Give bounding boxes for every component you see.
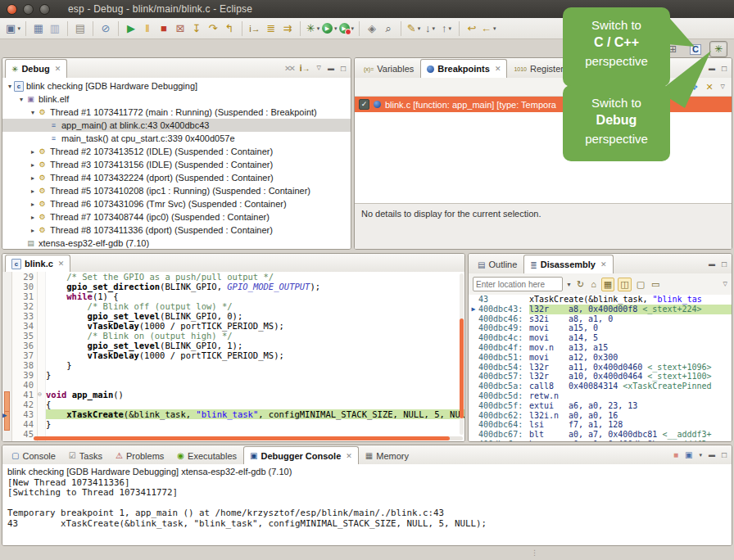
window-maximize-button[interactable] — [39, 4, 50, 15]
disasm-row[interactable]: 400dbc5f:extuia6, a0, 23, 13 — [469, 401, 732, 411]
hscroll-thumb[interactable] — [34, 436, 450, 440]
disconnect-button[interactable]: ⊠ — [173, 20, 188, 37]
home-icon[interactable]: ⌂ — [589, 278, 598, 290]
tab-breakpoints[interactable]: Breakpoints✕ — [420, 59, 507, 78]
new-source-button[interactable]: ◈ — [365, 20, 379, 37]
build-button[interactable]: ▤ — [73, 20, 88, 37]
maximize-icon[interactable]: □ — [722, 64, 727, 73]
tab-executables[interactable]: ◉Executables — [170, 446, 243, 464]
close-icon[interactable]: ✕ — [346, 452, 352, 460]
tab-problems[interactable]: ⚠Problems — [109, 446, 170, 464]
run-button[interactable]: ▶▾ — [322, 20, 338, 37]
dropdown-arrow-icon[interactable]: ▾ — [433, 25, 436, 32]
show-source-toggle-icon[interactable]: ▦ — [601, 278, 614, 291]
disasm-row[interactable]: 400dbc64:lsif7, a1, 128 — [469, 420, 732, 430]
view-menu-icon[interactable]: ▽ — [317, 65, 321, 71]
tab-debugger-console[interactable]: ▣Debugger Console✕ — [243, 446, 359, 464]
cpp-perspective-button[interactable]: C — [686, 41, 705, 57]
last-edit-location-button[interactable]: ↩ — [464, 20, 479, 37]
suspend-button[interactable]: ‖ — [140, 20, 155, 37]
sync-context-toggle-icon[interactable]: ◫ — [618, 278, 631, 291]
tab-blink-c[interactable]: c blink.c ✕ — [5, 255, 70, 272]
tree-row[interactable]: ▾cblink checking [GDB Hardware Debugging… — [2, 79, 351, 93]
editor-body[interactable]: ▶ 2930313233343536373839404142434445 ⊖ /… — [2, 272, 464, 441]
disasm-row[interactable]: 400dbc4f:mov.na13, a15 — [469, 343, 732, 353]
tree-row[interactable]: ▸⚙Thread #5 1073410208 (ipc1 : Running) … — [2, 184, 351, 197]
skip-all-breakpoints-button[interactable]: ⊘ — [98, 20, 113, 37]
next-annotation-button[interactable]: ↓▾ — [423, 20, 437, 37]
tree-row[interactable]: ≡app_main() at blink.c:43 0x400dbc43 — [2, 119, 351, 132]
tree-row[interactable]: ≡main_task() at cpu_start.c:339 0x400d05… — [2, 132, 351, 145]
remove-all-terminated-button[interactable]: ✕✕ — [284, 64, 293, 73]
tree-expander-icon[interactable]: ▸ — [29, 161, 37, 169]
debug-perspective-button[interactable]: ✳ — [709, 41, 727, 57]
disasm-row[interactable]: 400dbc62:l32i.na0, a0, 16 — [469, 411, 732, 421]
maximize-icon[interactable]: □ — [341, 64, 346, 73]
instruction-stepping-button[interactable]: i→ — [247, 20, 262, 37]
instruction-step-mode-button[interactable]: i→ — [300, 64, 310, 73]
tab-variables[interactable]: (x)=Variables — [357, 59, 420, 78]
disasm-row[interactable]: 400dbc5a:call80x40084314 <xTaskCreatePin… — [469, 382, 732, 391]
minimize-icon[interactable]: ▬ — [328, 65, 334, 72]
tree-expander-icon[interactable]: ▸ — [29, 187, 37, 195]
disasm-row[interactable]: ▶400dbc43:l32ra8, 0x400d00f8 <_stext+224… — [469, 305, 732, 314]
editor-hscrollbar[interactable] — [34, 436, 463, 440]
tab-debug[interactable]: ✳ Debug ✕ — [5, 59, 67, 78]
terminate-console-icon[interactable]: ■ — [673, 450, 678, 459]
disasm-row[interactable]: 400dbc5d:retw.n — [469, 391, 732, 401]
back-button[interactable]: ←▾ — [481, 20, 496, 37]
pin-view-icon[interactable]: ▭ — [650, 278, 661, 291]
use-step-filters-button[interactable]: ⇉ — [280, 20, 295, 37]
tree-row[interactable]: ▸⚙Thread #7 1073408744 (ipc0) (Suspended… — [2, 210, 351, 224]
location-dropdown-icon[interactable]: ▼ — [566, 282, 572, 287]
breakpoint-checkbox[interactable]: ✓ — [359, 99, 369, 110]
dropdown-arrow-icon[interactable]: ▾ — [317, 25, 320, 32]
tree-row[interactable]: ▸⚙Thread #2 1073413512 (IDLE) (Suspended… — [2, 145, 351, 158]
dropdown-arrow-icon[interactable]: ▾ — [699, 452, 702, 458]
minimize-icon[interactable]: ▬ — [709, 65, 715, 72]
tab-console[interactable]: ▢Console — [5, 446, 62, 464]
dropdown-arrow-icon[interactable]: ▾ — [351, 25, 355, 32]
dropdown-arrow-icon[interactable]: ▾ — [449, 25, 452, 32]
tree-row[interactable]: ▾▣blink.elf — [2, 93, 351, 106]
tree-expander-icon[interactable]: ▾ — [6, 83, 14, 90]
tree-row[interactable]: ▾⚙Thread #1 1073411772 (main : Running) … — [2, 106, 351, 119]
disasm-row[interactable]: 400dbc67:blta0, a7, 0x400dbc81 <__adddf3… — [469, 430, 732, 440]
disasm-row[interactable]: 400dbc57:l32ra10, 0x400d0464 <_stext+110… — [469, 372, 732, 382]
editor-vscrollbar[interactable] — [460, 273, 464, 435]
tree-row[interactable]: ▸⚙Thread #6 1073431096 (Tmr Svc) (Suspen… — [2, 197, 351, 210]
window-close-button[interactable] — [7, 4, 17, 15]
disasm-row[interactable]: 43xTaskCreate(&blink_task, "blink_tas — [469, 295, 732, 305]
terminate-button[interactable]: ■ — [156, 20, 171, 37]
maximize-icon[interactable]: □ — [722, 450, 727, 459]
tree-expander-icon[interactable]: ▸ — [29, 174, 37, 182]
tree-row[interactable]: ▸⚙Thread #3 1073413156 (IDLE) (Suspended… — [2, 158, 351, 171]
dropdown-arrow-icon[interactable]: ▾ — [334, 25, 338, 32]
sash-handle[interactable]: ⋮ — [531, 549, 539, 557]
save-button[interactable]: ▦ — [31, 20, 46, 37]
tree-row[interactable]: ▸⚙Thread #4 1073432224 (dport) (Suspende… — [2, 171, 351, 184]
tree-expander-icon[interactable]: ▸ — [29, 214, 37, 221]
dropdown-arrow-icon[interactable]: ▾ — [493, 25, 496, 32]
window-minimize-button[interactable] — [23, 4, 34, 15]
tab-outline[interactable]: ▤Outline — [471, 255, 523, 273]
tree-row[interactable]: ▤xtensa-esp32-elf-gdb (7.10) — [2, 237, 351, 249]
code-area[interactable]: /* Set the GPIO as a push/pull output */… — [46, 272, 464, 441]
vscroll-thumb[interactable] — [460, 318, 464, 418]
tab-memory[interactable]: ▦Memory — [359, 446, 415, 464]
dropdown-arrow-icon[interactable]: ▾ — [418, 25, 421, 32]
breakpoint-row[interactable]: ✓ blink.c [function: app_main] [type: Te… — [355, 97, 732, 112]
debug-button[interactable]: ✳▾ — [306, 20, 320, 37]
tree-expander-icon[interactable]: ▸ — [29, 227, 37, 234]
disasm-row[interactable]: 400dbc49:movia15, 0 — [469, 323, 732, 333]
open-new-view-icon[interactable]: ▢ — [635, 278, 646, 291]
tree-expander-icon[interactable]: ▸ — [29, 201, 37, 208]
previous-annotation-button[interactable]: ↑▾ — [439, 20, 454, 37]
maximize-icon[interactable]: □ — [722, 260, 727, 269]
close-icon[interactable]: ✕ — [55, 65, 61, 73]
tree-expander-icon[interactable]: ▾ — [29, 109, 37, 116]
skip-all-breakpoints-icon[interactable]: ✕ — [705, 82, 713, 93]
disassembly-body[interactable]: 43xTaskCreate(&blink_task, "blink_tas▶40… — [469, 295, 732, 441]
new-button[interactable]: ▣▾ — [6, 20, 20, 37]
tab-tasks[interactable]: ☑Tasks — [62, 446, 109, 464]
